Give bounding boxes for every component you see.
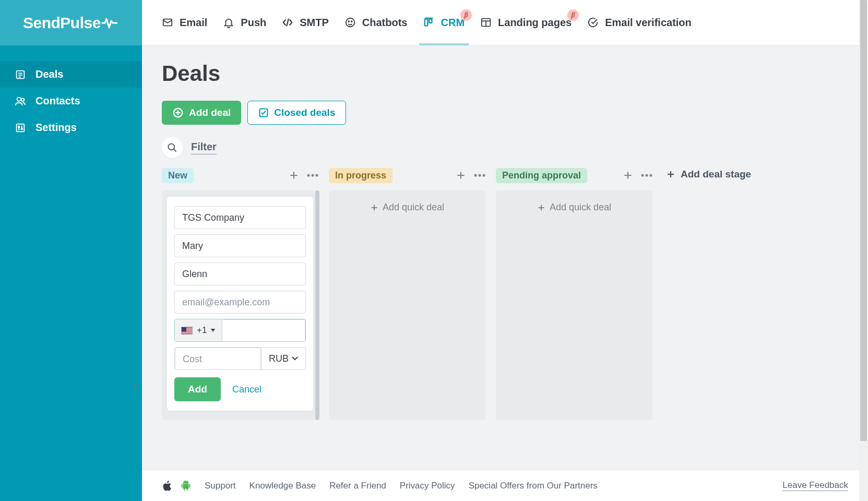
link-label: Add quick deal xyxy=(550,202,611,213)
content: Deals Add deal Closed deals Filter xyxy=(142,45,868,501)
sidebar-item-settings[interactable]: Settings xyxy=(0,114,142,141)
link-label: Add quick deal xyxy=(383,202,444,213)
scrollbar-thumb[interactable] xyxy=(860,0,867,441)
column-inprogress: In progress Add quick deal xyxy=(329,168,485,420)
main: Email Push SMTP Chatbots CRM β Landin xyxy=(142,0,868,501)
column-add-button[interactable] xyxy=(622,170,634,181)
phone-field: +1 xyxy=(174,319,306,342)
svg-point-4 xyxy=(17,97,21,101)
sidebar-item-label: Contacts xyxy=(35,95,80,107)
currency-select[interactable]: RUB xyxy=(261,348,305,369)
svg-rect-6 xyxy=(17,124,25,132)
footer-link-refer[interactable]: Refer a Friend xyxy=(329,481,386,491)
nav-chatbots[interactable]: Chatbots xyxy=(344,0,408,45)
footer-link-kb[interactable]: Knowledge Base xyxy=(249,481,316,491)
footer-link-support[interactable]: Support xyxy=(205,481,236,491)
svg-point-36 xyxy=(483,174,485,177)
email-input[interactable] xyxy=(174,291,306,314)
column-more-button[interactable] xyxy=(474,170,485,181)
svg-point-12 xyxy=(346,18,355,27)
lastname-input[interactable] xyxy=(174,263,306,285)
company-input[interactable] xyxy=(174,206,306,229)
check-square-icon xyxy=(258,108,269,118)
svg-point-13 xyxy=(348,21,349,22)
column-actions xyxy=(622,170,652,181)
contacts-icon xyxy=(15,96,26,107)
cost-input[interactable] xyxy=(175,348,261,370)
column-header: New xyxy=(162,168,318,183)
nav-email[interactable]: Email xyxy=(162,0,207,45)
kanban-icon xyxy=(423,17,435,28)
add-quick-deal-link[interactable]: Add quick deal xyxy=(334,197,480,218)
nav-push[interactable]: Push xyxy=(223,0,266,45)
column-title: In progress xyxy=(329,168,393,183)
footer-link-privacy[interactable]: Privacy Policy xyxy=(400,481,455,491)
column-header: In progress xyxy=(329,168,485,183)
layout-icon xyxy=(480,17,492,28)
logo-area: SendPulse xyxy=(0,0,142,45)
phone-input[interactable] xyxy=(222,319,305,342)
currency-label: RUB xyxy=(269,353,289,364)
page-scrollbar[interactable] xyxy=(859,0,868,501)
topnav: Email Push SMTP Chatbots CRM β Landin xyxy=(142,0,868,45)
quick-deal-card: +1 RUB xyxy=(167,197,313,411)
column-actions xyxy=(288,170,318,181)
sidebar-item-label: Deals xyxy=(35,68,63,80)
chevron-down-icon xyxy=(292,356,298,361)
sliders-icon xyxy=(15,122,26,134)
nav-label: Email xyxy=(180,17,207,29)
plus-icon xyxy=(537,204,545,212)
closed-deals-button[interactable]: Closed deals xyxy=(247,101,346,125)
column-new: New xyxy=(162,168,318,420)
collapse-sidebar-button[interactable] xyxy=(132,383,138,392)
android-icon[interactable] xyxy=(181,480,191,492)
svg-rect-15 xyxy=(424,19,427,26)
button-label: Add deal xyxy=(189,107,231,118)
nav-verification[interactable]: Email verification xyxy=(587,0,692,45)
firstname-input[interactable] xyxy=(174,234,306,257)
nav-crm[interactable]: CRM β xyxy=(423,0,465,45)
sidebar: SendPulse Deals Contacts xyxy=(0,0,142,501)
column-body: Add quick deal xyxy=(329,190,485,420)
column-more-button[interactable] xyxy=(307,170,318,181)
bell-icon xyxy=(223,17,234,28)
footer-feedback-link[interactable]: Leave Feedback xyxy=(782,480,848,491)
cancel-link[interactable]: Cancel xyxy=(232,384,261,395)
column-add-button[interactable] xyxy=(288,170,300,181)
nav-smtp[interactable]: SMTP xyxy=(282,0,329,45)
column-body: Add quick deal xyxy=(496,190,652,420)
sidebar-item-deals[interactable]: Deals xyxy=(0,61,142,88)
add-deal-button[interactable]: Add deal xyxy=(162,101,241,125)
column-more-button[interactable] xyxy=(641,170,652,181)
nav-label: SMTP xyxy=(300,17,329,29)
plus-icon xyxy=(666,170,675,179)
pulse-icon xyxy=(102,17,117,29)
plus-circle-icon xyxy=(172,107,184,118)
svg-rect-16 xyxy=(429,19,432,23)
svg-point-34 xyxy=(474,174,477,177)
footer-link-offers[interactable]: Special Offers from Our Partners xyxy=(469,481,598,491)
apple-icon[interactable] xyxy=(162,480,172,492)
add-deal-stage-button[interactable]: Add deal stage xyxy=(663,168,754,181)
filter-link[interactable]: Filter xyxy=(191,141,217,154)
nav-label: Push xyxy=(241,17,266,29)
nav-label: Email verification xyxy=(605,17,692,29)
nav-landing[interactable]: Landing pages β xyxy=(480,0,572,45)
sidebar-item-contacts[interactable]: Contacts xyxy=(0,88,142,114)
svg-point-5 xyxy=(21,98,25,101)
search-icon xyxy=(167,142,177,153)
kanban-board: New xyxy=(162,168,848,420)
svg-point-43 xyxy=(650,174,652,177)
phone-code: +1 xyxy=(197,325,207,336)
toolbar: Add deal Closed deals xyxy=(162,101,848,125)
search-button[interactable] xyxy=(162,137,183,158)
column-add-button[interactable] xyxy=(455,170,467,181)
add-button[interactable]: Add xyxy=(174,377,221,401)
phone-country-select[interactable]: +1 xyxy=(175,319,222,341)
page-title: Deals xyxy=(162,61,848,86)
brand-name: SendPulse xyxy=(23,14,101,32)
add-quick-deal-link[interactable]: Add quick deal xyxy=(501,197,647,218)
caret-down-icon xyxy=(211,329,215,332)
footer: Support Knowledge Base Refer a Friend Pr… xyxy=(142,470,868,501)
column-header: Pending approval xyxy=(496,168,652,183)
